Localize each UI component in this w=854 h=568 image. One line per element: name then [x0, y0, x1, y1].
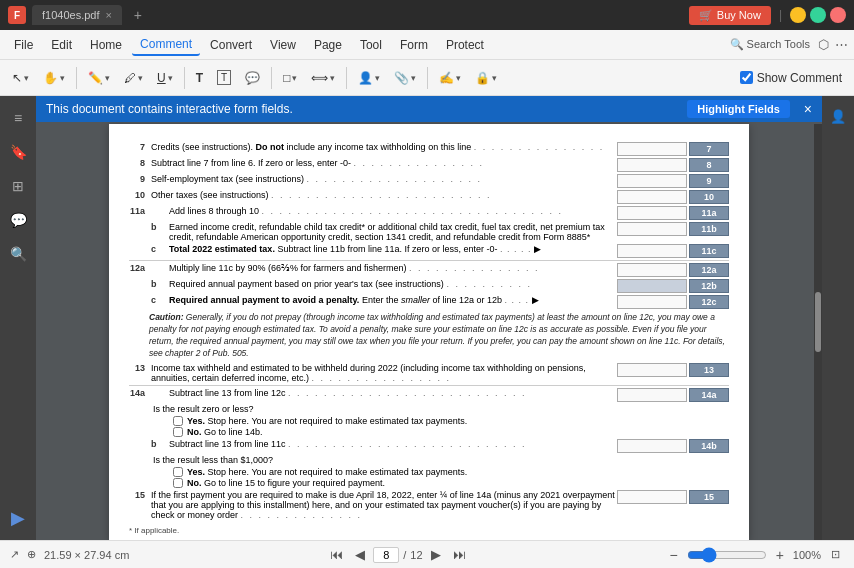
zoom-level: 100%: [793, 549, 821, 561]
table-row: 8 Subtract line 7 from line 6. If zero o…: [129, 158, 729, 172]
line10-input[interactable]: [617, 190, 687, 204]
menu-home[interactable]: Home: [82, 35, 130, 55]
row-content: Subtract line 7 from line 6. If zero or …: [151, 158, 615, 168]
cursor-icon: ↖: [12, 71, 22, 85]
line14a-input[interactable]: [617, 388, 687, 402]
textbox-tool-btn[interactable]: T: [211, 67, 237, 88]
row-sublabel: c: [151, 295, 167, 305]
line9-badge: 9: [689, 174, 729, 188]
status-right: − + 100% ⊡: [666, 546, 844, 563]
attach-tool-btn[interactable]: 📎 ▾: [388, 68, 422, 88]
menu-file[interactable]: File: [6, 35, 41, 55]
sidebar-thumbnail-icon[interactable]: ⊞: [4, 172, 32, 200]
table-row: b Earned income credit, refundable child…: [129, 222, 729, 242]
no-checkbox-14a[interactable]: [173, 427, 183, 437]
fit-page-button[interactable]: ⊡: [827, 546, 844, 563]
menu-form[interactable]: Form: [392, 35, 436, 55]
menu-view[interactable]: View: [262, 35, 304, 55]
line8-input[interactable]: [617, 158, 687, 172]
sidebar-search-icon[interactable]: 🔍: [4, 240, 32, 268]
cursor-tool-btn[interactable]: ↖ ▾: [6, 68, 35, 88]
line11a-badge: 11a: [689, 206, 729, 220]
show-comment-toggle[interactable]: Show Comment: [734, 68, 848, 88]
highlight-tool-btn[interactable]: 🖊 ▾: [118, 68, 149, 88]
table-row: 13 Income tax withheld and estimated to …: [129, 363, 729, 383]
sidebar-bookmark-icon[interactable]: 🔖: [4, 138, 32, 166]
maximize-button[interactable]: [810, 7, 826, 23]
last-page-button[interactable]: ⏭: [449, 545, 470, 564]
buy-now-button[interactable]: 🛒 Buy Now: [689, 6, 771, 25]
zoom-slider[interactable]: [687, 547, 767, 563]
sep4: [346, 67, 347, 89]
menu-tool[interactable]: Tool: [352, 35, 390, 55]
line15-input[interactable]: [617, 490, 687, 504]
close-button[interactable]: [830, 7, 846, 23]
search-tools[interactable]: 🔍 Search Tools: [730, 38, 810, 51]
shape-tool-btn[interactable]: □ ▾: [277, 68, 303, 88]
sidebar-comment-icon[interactable]: 💬: [4, 206, 32, 234]
protect-dropdown-arrow: ▾: [492, 73, 497, 83]
line14b-input[interactable]: [617, 439, 687, 453]
hand-tool-btn[interactable]: ✋ ▾: [37, 68, 71, 88]
tab-close-button[interactable]: ×: [106, 9, 112, 21]
line12c-input[interactable]: [617, 295, 687, 309]
next-page-button[interactable]: ▶: [427, 545, 445, 564]
scroll-thumb[interactable]: [815, 292, 821, 352]
row-content: Other taxes (see instructions) . . . . .…: [151, 190, 615, 200]
line13-input[interactable]: [617, 363, 687, 377]
line11c-input[interactable]: [617, 244, 687, 258]
pdf-area: This document contains interactive form …: [36, 96, 822, 540]
pencil-icon: ✏️: [88, 71, 103, 85]
line11a-input[interactable]: [617, 206, 687, 220]
line12b-input[interactable]: [617, 279, 687, 293]
line9-input[interactable]: [617, 174, 687, 188]
row-content: Self-employment tax (see instructions) .…: [151, 174, 615, 184]
measure-tool-btn[interactable]: ⟺ ▾: [305, 68, 341, 88]
highlight-fields-button[interactable]: Highlight Fields: [687, 100, 790, 118]
text-tool-btn[interactable]: T: [190, 68, 209, 88]
underline-tool-btn[interactable]: U ▾: [151, 68, 179, 88]
sign-dropdown-arrow: ▾: [456, 73, 461, 83]
menu-more-icon[interactable]: ⋯: [835, 37, 848, 52]
stamp-tool-btn[interactable]: 👤 ▾: [352, 68, 386, 88]
protect-tool-btn[interactable]: 🔒 ▾: [469, 68, 503, 88]
new-tab-button[interactable]: +: [128, 5, 148, 25]
menu-protect[interactable]: Protect: [438, 35, 492, 55]
yes-label-14b: Yes. Stop here. You are not required to …: [187, 467, 467, 477]
row-number: 12a: [129, 263, 149, 273]
menu-page[interactable]: Page: [306, 35, 350, 55]
no-checkbox-14b[interactable]: [173, 478, 183, 488]
sign-tool-btn[interactable]: ✍ ▾: [433, 68, 467, 88]
caution-text: Caution: Generally, if you do not prepay…: [149, 312, 729, 360]
row-sublabel: b: [151, 439, 167, 449]
minimize-button[interactable]: [790, 7, 806, 23]
row-inputs: 10: [617, 190, 729, 204]
menu-convert[interactable]: Convert: [202, 35, 260, 55]
row-content: Subtract line 13 from line 12c . . . . .…: [169, 388, 615, 398]
footnote: * If applicable.: [129, 526, 729, 535]
sidebar-arrow-icon[interactable]: ▶: [4, 504, 32, 532]
row-inputs: 14a: [617, 388, 729, 402]
line11b-input[interactable]: [617, 222, 687, 236]
first-page-button[interactable]: ⏮: [326, 545, 347, 564]
menu-edit[interactable]: Edit: [43, 35, 80, 55]
callout-tool-btn[interactable]: 💬: [239, 68, 266, 88]
less-than-label: Is the result less than $1,000?: [153, 455, 729, 465]
zoom-out-button[interactable]: −: [666, 547, 680, 563]
pencil-tool-btn[interactable]: ✏️ ▾: [82, 68, 116, 88]
yes-checkbox-14a[interactable]: [173, 416, 183, 426]
user-panel-icon[interactable]: 👤: [826, 104, 850, 128]
line7-input[interactable]: [617, 142, 687, 156]
show-comment-checkbox[interactable]: [740, 71, 753, 84]
line12a-input[interactable]: [617, 263, 687, 277]
menu-comment[interactable]: Comment: [132, 34, 200, 56]
highlight-banner-close[interactable]: ×: [804, 101, 812, 117]
prev-page-button[interactable]: ◀: [351, 545, 369, 564]
yes-checkbox-14b[interactable]: [173, 467, 183, 477]
zoom-in-button[interactable]: +: [773, 547, 787, 563]
current-page-input[interactable]: [373, 547, 399, 563]
file-tab[interactable]: f1040es.pdf ×: [32, 5, 122, 25]
row-content: Earned income credit, refundable child t…: [169, 222, 615, 242]
share-icon[interactable]: ⬡: [818, 37, 829, 52]
sidebar-nav-icon[interactable]: ≡: [4, 104, 32, 132]
